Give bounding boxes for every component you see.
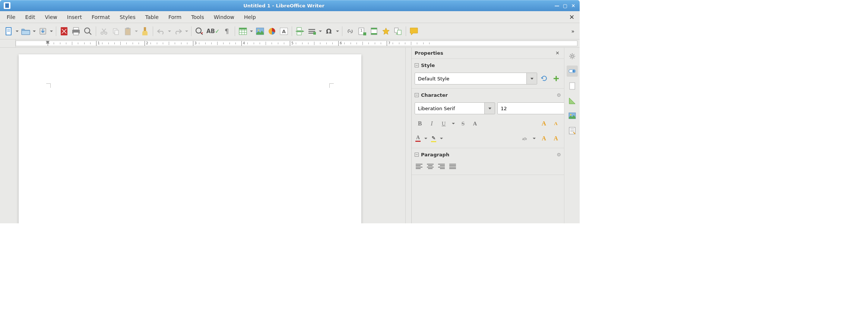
insert-image-button[interactable] — [254, 26, 266, 37]
sidebar-settings-button[interactable] — [567, 51, 578, 62]
menu-file[interactable]: File — [2, 13, 20, 22]
print-button[interactable] — [70, 26, 82, 37]
sidebar-tab-navigator[interactable] — [567, 125, 578, 136]
svg-rect-9 — [73, 32, 79, 35]
redo-dropdown[interactable] — [184, 26, 189, 37]
menu-window[interactable]: Window — [209, 13, 239, 22]
sidebar-tab-page[interactable] — [567, 80, 578, 92]
open-dropdown[interactable] — [32, 26, 37, 37]
strikethrough-button[interactable]: S — [459, 119, 468, 128]
align-left-button[interactable] — [415, 162, 424, 171]
menu-styles[interactable]: Styles — [115, 13, 140, 22]
sidebar-tab-gallery[interactable] — [567, 110, 578, 121]
align-center-button[interactable] — [426, 162, 435, 171]
window-close-button[interactable]: ✕ — [571, 3, 576, 8]
export-pdf-button[interactable] — [58, 26, 70, 37]
menu-view[interactable]: View — [41, 13, 62, 22]
insert-special-char-dropdown[interactable] — [335, 26, 340, 37]
italic-button[interactable]: I — [427, 119, 436, 128]
toolbar-overflow-button[interactable]: » — [569, 28, 577, 34]
document-area[interactable] — [0, 48, 405, 223]
underline-button[interactable]: U — [439, 119, 448, 128]
insert-special-char-button[interactable]: Ω — [323, 26, 335, 37]
insert-chart-button[interactable] — [266, 26, 278, 37]
paragraph-style-input[interactable] — [415, 73, 526, 84]
bold-button[interactable]: B — [415, 119, 424, 128]
insert-page-break-button[interactable] — [294, 26, 305, 37]
character-spacing-dropdown[interactable] — [532, 133, 536, 144]
document-page[interactable] — [19, 54, 361, 223]
sidebar-close-button[interactable]: ✕ — [554, 50, 561, 57]
paragraph-style-combo[interactable] — [415, 73, 537, 84]
align-justify-button[interactable] — [448, 162, 457, 171]
spellcheck-button[interactable]: AB✓ — [206, 26, 221, 37]
sidebar-tab-styles[interactable] — [567, 95, 578, 106]
highlight-color-button[interactable]: ✎ — [431, 135, 436, 142]
insert-header-footer-button[interactable] — [368, 26, 380, 37]
menu-edit[interactable]: Edit — [20, 13, 39, 22]
menu-form[interactable]: Form — [164, 13, 186, 22]
character-spacing-button[interactable]: a|b — [520, 134, 529, 143]
insert-comment-button[interactable] — [408, 26, 419, 37]
insert-table-dropdown[interactable] — [249, 26, 254, 37]
collapse-toggle[interactable]: − — [415, 63, 419, 67]
window-minimize-button[interactable]: — — [554, 3, 560, 8]
decrease-size-button[interactable]: A — [551, 119, 560, 128]
cut-button[interactable] — [98, 26, 110, 37]
font-color-dropdown[interactable] — [424, 133, 428, 144]
new-document-button[interactable] — [3, 26, 14, 37]
redo-button[interactable] — [172, 26, 184, 37]
menu-format[interactable]: Format — [87, 13, 114, 22]
font-name-dropdown[interactable] — [484, 103, 495, 114]
section-more-button[interactable]: ⚙ — [557, 152, 561, 157]
open-button[interactable] — [20, 26, 31, 37]
insert-textbox-button[interactable]: A — [278, 26, 289, 37]
insert-field-dropdown[interactable] — [318, 26, 323, 37]
font-name-input[interactable] — [415, 103, 484, 114]
print-preview-button[interactable] — [82, 26, 94, 37]
insert-bookmark-button[interactable] — [380, 26, 392, 37]
undo-dropdown[interactable] — [167, 26, 172, 37]
increase-size-button[interactable]: A — [539, 119, 548, 128]
find-replace-button[interactable] — [194, 26, 205, 37]
shadow-button[interactable]: A — [471, 119, 479, 128]
insert-table-button[interactable] — [237, 26, 248, 37]
clone-formatting-button[interactable] — [139, 26, 151, 37]
collapse-toggle[interactable]: − — [415, 93, 419, 97]
vertical-scrollbar[interactable] — [405, 48, 411, 223]
collapse-toggle[interactable]: − — [415, 153, 419, 157]
menu-insert[interactable]: Insert — [63, 13, 86, 22]
formatting-marks-button[interactable]: ¶ — [221, 26, 232, 37]
font-name-combo[interactable] — [415, 102, 495, 114]
copy-button[interactable] — [110, 26, 121, 37]
insert-field-button[interactable] — [306, 26, 317, 37]
close-document-button[interactable]: ✕ — [566, 13, 577, 22]
paste-button[interactable] — [122, 26, 133, 37]
undo-button[interactable] — [155, 26, 167, 37]
update-style-button[interactable] — [539, 74, 549, 83]
paragraph-style-dropdown[interactable] — [526, 73, 537, 84]
subscript-button[interactable]: A — [551, 134, 560, 143]
underline-dropdown[interactable] — [451, 118, 456, 129]
insert-footnote-button[interactable]: 1 — [357, 26, 368, 37]
menu-help[interactable]: Help — [240, 13, 260, 22]
superscript-button[interactable]: A — [539, 134, 548, 143]
highlight-color-dropdown[interactable] — [439, 133, 444, 144]
save-dropdown[interactable] — [49, 26, 54, 37]
align-right-button[interactable] — [437, 162, 446, 171]
font-size-input[interactable] — [498, 103, 567, 114]
new-document-dropdown[interactable] — [15, 26, 19, 37]
insert-hyperlink-button[interactable] — [345, 26, 356, 37]
save-button[interactable] — [37, 26, 48, 37]
star-icon — [382, 27, 390, 35]
insert-cross-reference-button[interactable] — [392, 26, 403, 37]
menu-table[interactable]: Table — [141, 13, 163, 22]
new-style-button[interactable] — [551, 74, 561, 83]
sidebar-tab-properties[interactable] — [567, 66, 578, 77]
window-maximize-button[interactable]: ▢ — [563, 3, 568, 8]
paste-dropdown[interactable] — [134, 26, 139, 37]
menu-tools[interactable]: Tools — [187, 13, 209, 22]
font-color-button[interactable]: A — [415, 135, 421, 142]
section-more-button[interactable]: ⚙ — [557, 92, 561, 98]
horizontal-ruler[interactable]: 1234567 — [16, 41, 577, 46]
